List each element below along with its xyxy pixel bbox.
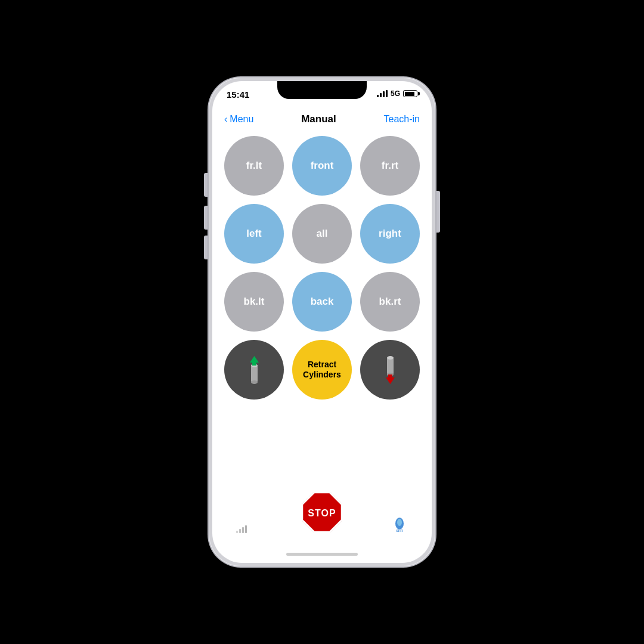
lower-button[interactable] (360, 340, 420, 400)
retract-label: RetractCylinders (303, 360, 341, 380)
svg-rect-5 (387, 358, 394, 374)
svg-text:SHR: SHR (396, 529, 403, 532)
status-bar: 15:41 5G (212, 81, 432, 111)
action-row: RetractCylinders (224, 340, 420, 400)
front-button[interactable]: front (292, 136, 352, 196)
svg-rect-4 (252, 362, 256, 366)
extend-cylinder-icon (238, 354, 271, 386)
svg-rect-0 (251, 366, 258, 382)
shr-logo-icon: SHR (391, 518, 408, 534)
svg-rect-9 (388, 374, 392, 378)
signal-icon (377, 90, 388, 97)
bottom-area: STOP SHR (224, 408, 420, 539)
nav-action-button[interactable]: Teach-in (384, 114, 420, 125)
bk-rt-button[interactable]: bk.rt (360, 272, 420, 332)
svg-marker-8 (386, 377, 395, 384)
lower-cylinder-icon (374, 354, 407, 386)
nav-back-label: Menu (230, 114, 253, 125)
network-type: 5G (391, 89, 400, 98)
svg-point-6 (387, 356, 394, 360)
bottom-signal-icon (236, 525, 247, 533)
chevron-left-icon: ‹ (224, 114, 227, 124)
home-bar (286, 553, 358, 556)
battery-icon (403, 90, 417, 97)
notch (277, 81, 367, 99)
phone-frame: 15:41 5G ‹ Menu Manual Teach- (209, 78, 435, 566)
left-button[interactable]: left (224, 204, 284, 264)
back-button[interactable]: back (292, 272, 352, 332)
home-indicator (212, 545, 432, 563)
status-right: 5G (377, 89, 417, 98)
svg-text:STOP: STOP (308, 508, 336, 518)
fr-lt-button[interactable]: fr.lt (224, 136, 284, 196)
nav-title: Manual (301, 113, 336, 125)
right-button[interactable]: right (360, 204, 420, 264)
all-button[interactable]: all (292, 204, 352, 264)
status-time: 15:41 (227, 89, 249, 100)
direction-grid: fr.lt front fr.rt left all right bk.lt b… (224, 136, 420, 332)
nav-back-button[interactable]: ‹ Menu (224, 114, 253, 125)
main-content: fr.lt front fr.rt left all right bk.lt b… (212, 130, 432, 545)
fr-rt-button[interactable]: fr.rt (360, 136, 420, 196)
phone-screen: 15:41 5G ‹ Menu Manual Teach- (212, 81, 432, 563)
svg-point-14 (397, 519, 402, 526)
stop-sign-button[interactable]: STOP (301, 491, 343, 533)
nav-bar: ‹ Menu Manual Teach-in (212, 111, 432, 130)
svg-point-2 (251, 380, 258, 384)
bk-lt-button[interactable]: bk.lt (224, 272, 284, 332)
retract-cylinders-button[interactable]: RetractCylinders (292, 340, 352, 400)
svg-marker-3 (250, 356, 259, 363)
extend-button[interactable] (224, 340, 284, 400)
